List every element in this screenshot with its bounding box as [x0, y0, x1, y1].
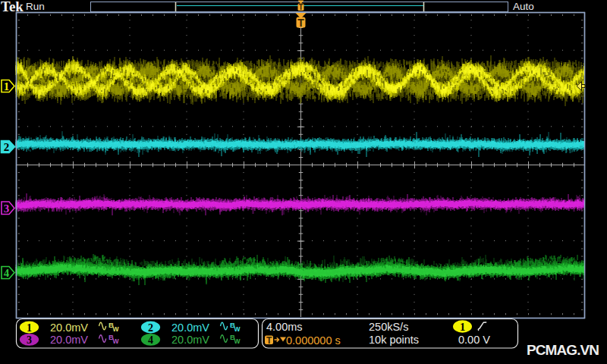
svg-text:20.0mV: 20.0mV: [50, 322, 88, 334]
svg-text:Run: Run: [26, 1, 45, 12]
svg-text:4.00ms: 4.00ms: [266, 321, 303, 333]
svg-text:W: W: [234, 325, 241, 333]
svg-text:Auto: Auto: [513, 1, 534, 12]
svg-text:T: T: [299, 3, 304, 11]
svg-text:2: 2: [4, 141, 10, 153]
svg-text:3: 3: [27, 334, 32, 346]
svg-text:3: 3: [4, 202, 10, 215]
svg-text:T: T: [266, 335, 272, 346]
svg-text:W: W: [113, 337, 120, 345]
svg-text:20.0mV: 20.0mV: [171, 334, 209, 346]
svg-text:10k points: 10k points: [369, 334, 419, 346]
svg-text:1: 1: [4, 80, 10, 93]
svg-text:4: 4: [4, 267, 10, 279]
svg-text:W: W: [234, 337, 241, 345]
svg-text:Tek: Tek: [1, 0, 24, 14]
svg-text:2: 2: [148, 322, 153, 334]
svg-text:T: T: [297, 17, 304, 29]
svg-text:W: W: [113, 325, 120, 333]
svg-text:250kS/s: 250kS/s: [369, 321, 408, 333]
svg-text:0.00 V: 0.00 V: [458, 334, 490, 346]
svg-text:20.0mV: 20.0mV: [171, 322, 209, 334]
svg-text:1: 1: [460, 321, 465, 333]
svg-text:20.0mV: 20.0mV: [50, 334, 88, 346]
svg-text:4: 4: [148, 334, 153, 346]
svg-text:PCMAG.VN: PCMAG.VN: [527, 342, 599, 358]
svg-text:0.000000 s: 0.000000 s: [286, 334, 341, 347]
svg-text:1: 1: [27, 322, 32, 334]
